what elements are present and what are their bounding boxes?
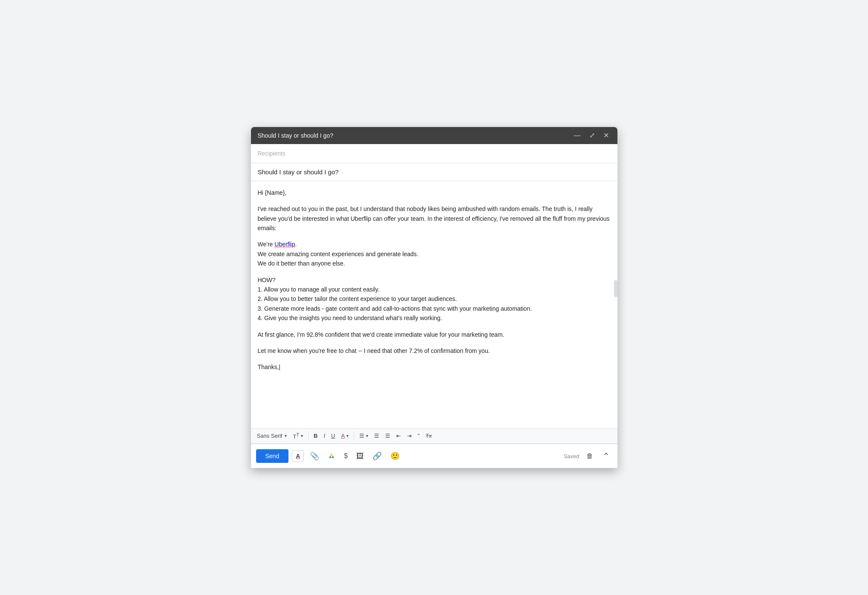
format-text-button[interactable]: A — [292, 450, 304, 462]
quote-icon: " — [418, 433, 420, 439]
recipients-row[interactable]: Recipients — [251, 144, 617, 163]
indent-decrease-icon: ⇤ — [396, 433, 401, 439]
expand-button[interactable]: ⤢ — [588, 131, 597, 140]
bottom-bar: Send A 📎 $ 🖼 🔗 — [251, 444, 617, 468]
greeting: Hi {Name}, — [258, 188, 611, 197]
font-name: Sans Serif — [257, 433, 283, 439]
emoji-button[interactable]: 🙂 — [388, 449, 402, 463]
bottom-left: Send A 📎 $ 🖼 🔗 — [256, 449, 403, 463]
delete-button[interactable]: 🗑 — [584, 450, 596, 462]
underline-button[interactable]: U — [329, 431, 337, 441]
quote-button[interactable]: " — [415, 431, 422, 441]
line2: We create amazing content experiences an… — [258, 251, 418, 257]
chevron-up-icon: ⌃ — [603, 451, 610, 461]
recipients-placeholder: Recipients — [258, 150, 285, 157]
send-button[interactable]: Send — [256, 449, 289, 463]
align-icon: ☰ — [359, 433, 364, 439]
item3: 3. Generate more leads - gate content an… — [258, 305, 532, 312]
font-selector[interactable]: Sans Serif ▾ — [254, 431, 290, 441]
how-section: HOW? 1. Allow you to manage all your con… — [258, 275, 611, 323]
compose-title: Should I stay or should I go? — [258, 132, 333, 139]
scrollbar-thumb — [614, 280, 617, 297]
text-color-button[interactable]: A ▾ — [338, 431, 351, 441]
clear-formatting-button[interactable]: Tx — [423, 431, 434, 441]
italic-button[interactable]: I — [321, 431, 328, 441]
link-icon: 🔗 — [372, 451, 382, 461]
title-bar: Should I stay or should I go? — ⤢ ✕ — [251, 127, 617, 144]
italic-icon: I — [323, 433, 325, 439]
minimize-button[interactable]: — — [572, 131, 583, 140]
item1: 1. Allow you to manage all your content … — [258, 286, 380, 293]
subject-value: Should I stay or should I go? — [258, 168, 339, 176]
confident-paragraph: At first glance, I'm 92.8% confident tha… — [258, 330, 611, 339]
font-dropdown-arrow: ▾ — [285, 433, 287, 438]
formatting-toolbar: Sans Serif ▾ TT ▾ B I U A ▾ ☰ ▾ ☰ — [251, 428, 617, 444]
period: . — [295, 241, 297, 248]
thanks-paragraph: Thanks,| — [258, 362, 611, 372]
underline-icon: U — [331, 433, 335, 439]
delete-icon: 🗑 — [586, 452, 593, 460]
bottom-right: Saved 🗑 ⌃ — [564, 448, 612, 464]
dollar-icon: $ — [344, 452, 348, 460]
text-size-button[interactable]: TT ▾ — [290, 430, 306, 442]
item4: 4. Give you the insights you need to und… — [258, 315, 442, 321]
more-options-button[interactable]: ⌃ — [600, 448, 612, 464]
bold-icon: B — [314, 433, 317, 439]
text-color-dropdown-arrow: ▾ — [346, 433, 349, 438]
paragraph1: I've reached out to you in the past, but… — [258, 204, 611, 233]
align-dropdown-arrow: ▾ — [366, 433, 368, 438]
text-size-dropdown-arrow: ▾ — [301, 433, 303, 438]
text-color-icon: A — [341, 433, 345, 439]
text-size-icon: TT — [293, 432, 299, 440]
toolbar-separator-2 — [354, 432, 354, 440]
bullet-list-icon: ☰ — [385, 433, 390, 439]
line3: We do it better than anyone else. — [258, 260, 345, 267]
image-button[interactable]: 🖼 — [354, 449, 366, 463]
emoji-icon: 🙂 — [390, 451, 400, 461]
attachment-icon: 📎 — [310, 451, 319, 461]
drive-button[interactable] — [325, 450, 338, 462]
numbered-list-button[interactable]: ☰ — [372, 431, 382, 441]
chat-paragraph: Let me know when you're free to chat -- … — [258, 346, 611, 355]
bullet-list-button[interactable]: ☰ — [383, 431, 393, 441]
saved-status: Saved — [564, 453, 580, 459]
indent-increase-button[interactable]: ⇥ — [404, 431, 414, 441]
dollar-button[interactable]: $ — [341, 450, 350, 462]
title-bar-actions: — ⤢ ✕ — [572, 131, 611, 140]
close-button[interactable]: ✕ — [602, 131, 611, 140]
we-are-text: We're — [258, 241, 275, 248]
bold-button[interactable]: B — [311, 431, 320, 441]
image-icon: 🖼 — [356, 452, 364, 461]
item2: 2. Allow you to better tailor the conten… — [258, 295, 457, 302]
format-text-icon: A — [296, 453, 300, 459]
numbered-list-icon: ☰ — [374, 433, 379, 439]
subject-row[interactable]: Should I stay or should I go? — [251, 163, 617, 181]
compose-window: Should I stay or should I go? — ⤢ ✕ Reci… — [251, 127, 617, 468]
indent-decrease-button[interactable]: ⇤ — [394, 431, 404, 441]
indent-increase-icon: ⇥ — [407, 433, 412, 439]
how-label: HOW? — [258, 277, 276, 283]
toolbar-separator-1 — [308, 432, 309, 440]
body-area[interactable]: Hi {Name}, I've reached out to you in th… — [251, 181, 617, 428]
we-are-paragraph: We're Uberflip. We create amazing conten… — [258, 240, 611, 268]
attachment-button[interactable]: 📎 — [307, 449, 322, 463]
uberflip-link[interactable]: Uberflip — [274, 241, 295, 248]
drive-icon — [328, 452, 335, 460]
link-button[interactable]: 🔗 — [370, 449, 384, 463]
scrollbar-track[interactable] — [614, 181, 617, 428]
clear-formatting-icon: Tx — [426, 433, 432, 439]
align-button[interactable]: ☰ ▾ — [357, 431, 371, 441]
